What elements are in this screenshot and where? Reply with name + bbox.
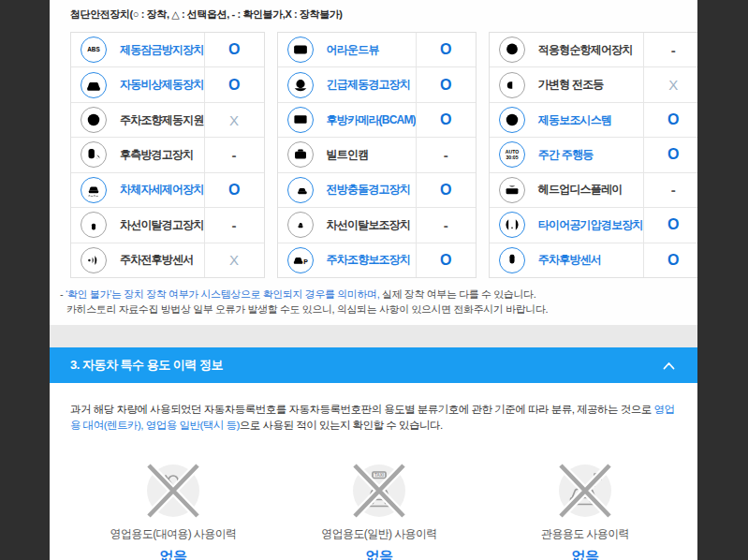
safety-device-section: 첨단안전장치(○ : 장착, △ : 선택옵션, - : 확인불가,X : 장착… [50, 0, 697, 325]
device-table-2: 어라운드뷰O 긴급제동경고장치O 후방카메라(BCAM)O 빌트인캠- 전방충돌… [277, 32, 477, 278]
section3-header[interactable]: 3. 자동차 특수 용도 이력 정보 [50, 347, 697, 383]
around-view-icon [287, 37, 314, 63]
chevron-up-icon[interactable] [663, 361, 675, 370]
device-label: 자동비상제동장치 [120, 77, 204, 93]
section3-description: 과거 해당 차량에 사용되었던 자동차등록번호를 자동차등록번호판의 용도별 분… [70, 383, 677, 434]
device-label: 제동보조시스템 [538, 112, 611, 128]
usage-value: 없음 [572, 548, 599, 560]
table-row: 전방충돌경고장치O [278, 172, 476, 207]
footnote-line-1: - ‘확인 불가’는 장치 장착 여부가 시스템상으로 확인되지 경우를 의미하… [60, 287, 697, 302]
rear-side-warning-icon [81, 141, 107, 168]
device-status: - [416, 138, 476, 171]
report-content: 첨단안전장치(○ : 장착, △ : 선택옵션, - : 확인불가,X : 장착… [50, 0, 697, 560]
device-label: 제동잠금방지장치 [120, 42, 204, 58]
usage-label: 영업용도(일반) 사용이력 [321, 526, 437, 542]
table-row: 제동잠금방지장치O [71, 33, 264, 66]
device-status: - [204, 208, 264, 242]
device-label: 전방충돌경고장치 [327, 182, 411, 198]
device-label: 차체자세제어장치 [120, 182, 204, 198]
device-label: 차선이탈경고장치 [120, 217, 204, 233]
auto-emergency-brake-icon [81, 72, 107, 98]
device-label: 어라운드뷰 [327, 42, 379, 58]
device-status: O [416, 173, 476, 207]
parking-front-rear-sensor-icon [81, 247, 107, 273]
rear-parking-sensor-icon [499, 247, 525, 273]
footnote-line-2: 카히스토리 자료수집 방법상 일부 오류가 발생할 수도 있으니, 의심되는 사… [60, 302, 697, 317]
device-status: - [416, 208, 476, 242]
section3-body: 과거 해당 차량에 사용되었던 자동차등록번호를 자동차등록번호판의 용도별 분… [50, 383, 697, 560]
device-label: 적응형순항제어장치 [538, 42, 633, 58]
table-row: 긴급제동경고장치O [278, 66, 476, 101]
special-usage-section: 3. 자동차 특수 용도 이력 정보 과거 해당 차량에 사용되었던 자동차등록… [50, 347, 697, 560]
device-label: 주차조향제동지원 [120, 112, 204, 128]
device-status: O [643, 103, 697, 137]
table-row: 차선이탈경고장치- [71, 207, 264, 242]
table-row: 헤드업디스플레이- [490, 172, 697, 207]
table-row: 후측방경고장치- [71, 137, 264, 171]
device-table-3: 적응형순항제어장치- 가변형 전조등X 제동보조시스템O 주간 주행등O 헤드업… [489, 32, 697, 278]
device-status: X [204, 103, 264, 137]
device-status: O [643, 138, 697, 171]
lane-keep-assist-icon [287, 212, 314, 238]
parking-steer-assist-icon [287, 247, 314, 273]
device-label: 후측방경고장치 [120, 147, 193, 163]
emergency-brake-warning-icon [287, 72, 314, 98]
table-row: 주차후방센서O [490, 243, 697, 277]
device-status: O [416, 243, 476, 277]
device-status: - [643, 33, 697, 66]
stability-control-icon [81, 177, 107, 203]
device-status: O [643, 243, 697, 277]
section-gap [50, 325, 697, 347]
device-status: O [416, 33, 476, 66]
no-taxi-use-icon: TAXI [345, 460, 414, 522]
table-row: 제동보조시스템O [490, 102, 697, 137]
table-row: 가변형 전조등X [490, 66, 697, 101]
no-official-use-icon [550, 460, 620, 522]
device-status: O [204, 67, 264, 101]
device-status: X [204, 243, 264, 277]
usage-label: 관용용도 사용이력 [541, 526, 629, 542]
table-row: 빌트인캠- [278, 137, 476, 171]
table-row: 적응형순항제어장치- [490, 33, 697, 66]
daytime-running-light-icon [499, 141, 525, 168]
tpms-icon [499, 212, 525, 238]
device-status: O [643, 208, 697, 242]
usage-item-taxi: TAXI 영업용도(일반) 사용이력 없음 [276, 460, 482, 560]
device-label: 빌트인캠 [327, 147, 369, 163]
usage-label: 영업용도(대여용) 사용이력 [110, 526, 237, 542]
usage-item-rental: 영업용도(대여용) 사용이력 없음 [70, 460, 276, 560]
device-status: O [204, 33, 264, 66]
device-label: 주차조향보조장치 [327, 252, 411, 268]
footnote-highlight: ‘확인 불가’는 장치 장착 여부가 시스템상으로 확인되지 경우를 의미하며, [66, 288, 379, 300]
section3-title: 3. 자동차 특수 용도 이력 정보 [70, 357, 223, 374]
table-row: 주차조향보조장치O [278, 243, 476, 277]
usage-value: 없음 [366, 548, 393, 560]
usage-item-official: 관용용도 사용이력 없음 [482, 460, 688, 560]
abs-icon [81, 37, 107, 63]
head-up-display-icon [499, 177, 525, 203]
device-label: 후방카메라(BCAM) [327, 112, 416, 128]
table-row: 주간 주행등O [490, 137, 697, 171]
device-label: 주차후방센서 [538, 252, 601, 268]
device-status: X [643, 67, 697, 101]
table-row: 주차조향제동지원X [71, 102, 264, 137]
no-rental-use-icon [139, 460, 208, 522]
device-label: 주간 주행등 [538, 147, 594, 163]
svg-text:TAXI: TAXI [374, 473, 384, 478]
device-status: O [416, 67, 476, 101]
built-in-cam-icon [287, 141, 314, 168]
table-row: 타이어공기압경보장치O [490, 207, 697, 242]
device-label: 긴급제동경고장치 [327, 77, 411, 93]
safety-device-legend: 첨단안전장치(○ : 장착, △ : 선택옵션, - : 확인불가,X : 장착… [50, 0, 697, 22]
device-label: 헤드업디스플레이 [538, 182, 623, 198]
device-status: O [416, 103, 476, 137]
adaptive-headlight-icon [499, 72, 525, 98]
adaptive-cruise-icon [499, 37, 525, 63]
table-row: 차선이탈보조장치- [278, 207, 476, 242]
device-label: 타이어공기압경보장치 [538, 217, 643, 233]
table-row: 주차전후방센서X [71, 243, 264, 277]
rear-camera-icon [287, 107, 314, 133]
device-status: O [204, 173, 264, 207]
front-collision-warning-icon [287, 177, 314, 203]
brake-assist-icon [499, 107, 525, 133]
